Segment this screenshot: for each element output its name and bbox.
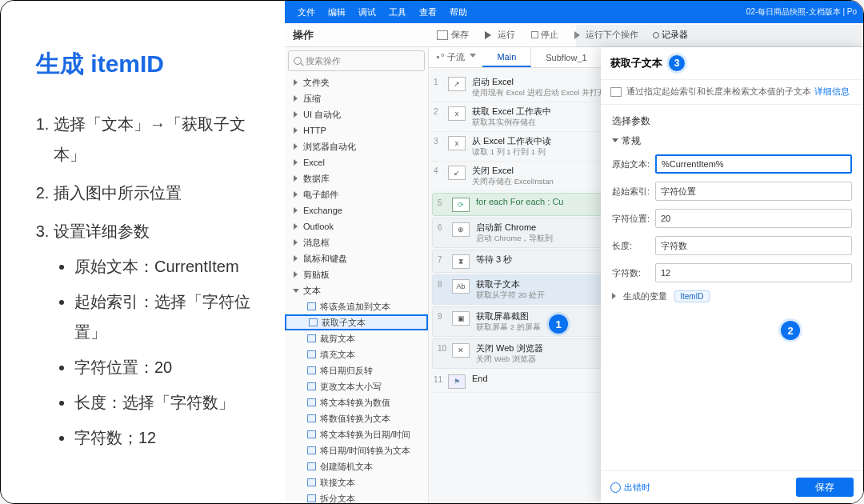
subflow-dropdown[interactable]: ∘°子流 — [429, 51, 482, 63]
more-link[interactable]: 详细信息 — [814, 86, 850, 98]
toolbar: 操作 保存 运行 停止 运行下个操作 记录器 — [285, 23, 863, 47]
tree-leaf[interactable]: 将该条追加到文本 — [285, 298, 428, 314]
tree-leaf[interactable]: 拆分文本 — [285, 490, 428, 503]
search-placeholder: 搜索操作 — [306, 55, 341, 67]
tree-leaf[interactable]: 将日期归反转 — [285, 362, 428, 378]
tree-node[interactable]: 剪贴板 — [285, 266, 428, 282]
instruction-panel: 生成 itemID 选择「文本」→「获取子文本」 插入图中所示位置 设置详细参数… — [1, 1, 285, 503]
action-icon — [307, 414, 316, 422]
field-char-count: 字符数: 12 — [612, 263, 852, 282]
field-start-index: 起始索引: 字符位置 — [612, 182, 852, 201]
text-icon: Ab — [452, 279, 470, 294]
length-select[interactable]: 字符数 — [655, 236, 852, 255]
action-tree: 文件夹 压缩 UI 自动化 HTTP 浏览器自动化 Excel 数据库 电子邮件… — [285, 74, 428, 503]
group-header[interactable]: 常规 — [612, 134, 852, 148]
save-button[interactable]: 保存 — [429, 29, 477, 41]
tab-subflow1[interactable]: Subflow_1 — [531, 47, 602, 67]
step-icon — [574, 31, 584, 39]
tree-node[interactable]: Exchange — [285, 202, 428, 218]
play-icon — [485, 31, 495, 39]
tree-leaf[interactable]: 更改文本大小写 — [285, 378, 428, 394]
run-next-button[interactable]: 运行下个操作 — [566, 29, 646, 41]
char-count-input[interactable]: 12 — [655, 263, 852, 282]
tree-node[interactable]: 数据库 — [285, 170, 428, 186]
tree-node[interactable]: 浏览器自动化 — [285, 138, 428, 154]
action-icon — [307, 430, 316, 438]
dialog-footer: 出错时 保存 — [601, 470, 863, 503]
tab-main[interactable]: Main — [482, 47, 531, 67]
tree-leaf[interactable]: 联接文本 — [285, 474, 428, 490]
tree-node[interactable]: Outlook — [285, 218, 428, 234]
close-icon: ↙ — [448, 166, 466, 180]
action-icon — [307, 366, 316, 374]
chrome-icon: ⊕ — [452, 222, 470, 237]
step-item: 插入图中所示位置 — [54, 178, 258, 208]
action-icon — [307, 398, 316, 406]
tree-leaf[interactable]: 将文本转换为日期/时间 — [285, 426, 428, 442]
save-icon — [437, 30, 448, 40]
excel-icon: x — [448, 136, 466, 150]
field-original: 原始文本: %CurrentItem% — [612, 154, 852, 174]
search-icon — [294, 57, 302, 65]
tree-leaf[interactable]: 填充文本 — [285, 346, 428, 362]
tree-node[interactable]: 电子邮件 — [285, 186, 428, 202]
search-input[interactable]: 搜索操作 — [288, 50, 425, 71]
breadcrumb: 02-每日商品快照-文档版本 | Po — [746, 6, 857, 18]
flag-icon: ⚑ — [448, 374, 466, 389]
action-icon — [307, 478, 316, 486]
tree-node[interactable]: 消息框 — [285, 234, 428, 250]
stop-icon — [531, 31, 538, 38]
param-item: 字符位置：20 — [74, 352, 258, 382]
char-pos-input[interactable]: 20 — [655, 209, 852, 228]
action-icon — [309, 318, 318, 326]
dialog-desc: 通过指定起始索引和长度来检索文本值的子文本 详细信息 — [601, 80, 863, 105]
field-length: 长度: 字符数 — [612, 236, 852, 255]
excel-icon: x — [448, 106, 466, 121]
tree-node[interactable]: 压缩 — [285, 90, 428, 106]
original-text-input[interactable]: %CurrentItem% — [655, 154, 852, 174]
menu-debug[interactable]: 调试 — [352, 6, 382, 18]
param-list: 原始文本：CurrentItem 起始索引：选择「字符位置」 字符位置：20 长… — [54, 251, 258, 453]
tree-leaf[interactable]: 创建随机文本 — [285, 458, 428, 474]
params-header: 选择参数 — [612, 114, 852, 128]
dialog-body: 选择参数 常规 原始文本: %CurrentItem% 起始索引: 字符位置 字… — [601, 105, 863, 470]
generated-var[interactable]: 生成的变量 ItemID — [612, 290, 852, 302]
field-char-pos: 字符位置: 20 — [612, 209, 852, 228]
on-error-link[interactable]: 出错时 — [610, 482, 650, 494]
tree-node[interactable]: Excel — [285, 154, 428, 170]
callout-badge-3: 3 — [669, 55, 685, 71]
browser-icon: ✕ — [452, 343, 470, 358]
tree-node[interactable]: 文件夹 — [285, 74, 428, 90]
action-icon — [307, 494, 316, 502]
tree-node[interactable]: UI 自动化 — [285, 106, 428, 122]
menu-tools[interactable]: 工具 — [382, 6, 413, 18]
tree-leaf-get-subtext[interactable]: 获取子文本 — [285, 314, 428, 330]
chevron-down-icon — [612, 138, 618, 146]
menu-help[interactable]: 帮助 — [443, 6, 474, 18]
menu-edit[interactable]: 编辑 — [322, 6, 352, 18]
page-title: 生成 itemID — [36, 41, 258, 86]
stop-button[interactable]: 停止 — [523, 29, 566, 41]
properties-dialog: 获取子文本 3 通过指定起始索引和长度来检索文本值的子文本 详细信息 选择参数 … — [601, 47, 863, 503]
menu-file[interactable]: 文件 — [291, 6, 322, 18]
menu-view[interactable]: 查看 — [413, 6, 443, 18]
tree-leaf[interactable]: 将日期/时间转换为文本 — [285, 442, 428, 458]
recorder-button[interactable]: 记录器 — [653, 29, 688, 41]
start-index-select[interactable]: 字符位置 — [655, 182, 852, 201]
save-button[interactable]: 保存 — [796, 478, 854, 497]
tree-leaf[interactable]: 裁剪文本 — [285, 330, 428, 346]
menubar: 文件 编辑 调试 工具 查看 帮助 02-每日商品快照-文档版本 | Po — [285, 1, 863, 23]
loop-icon: ⟳ — [452, 198, 470, 212]
action-icon — [307, 446, 316, 454]
tree-leaf[interactable]: 将数值转换为文本 — [285, 410, 428, 426]
chevron-down-icon — [470, 54, 476, 61]
tree-node[interactable]: 鼠标和键盘 — [285, 250, 428, 266]
tree-node-text[interactable]: 文本 — [285, 282, 428, 298]
tree-node[interactable]: HTTP — [285, 122, 428, 138]
param-item: 字符数；12 — [74, 422, 258, 453]
record-icon — [653, 32, 659, 38]
variable-tag: ItemID — [674, 290, 709, 302]
tree-leaf[interactable]: 将文本转换为数值 — [285, 394, 428, 410]
run-button[interactable]: 运行 — [477, 29, 523, 41]
steps-list: 选择「文本」→「获取子文本」 插入图中所示位置 设置详细参数 原始文本：Curr… — [36, 109, 258, 453]
